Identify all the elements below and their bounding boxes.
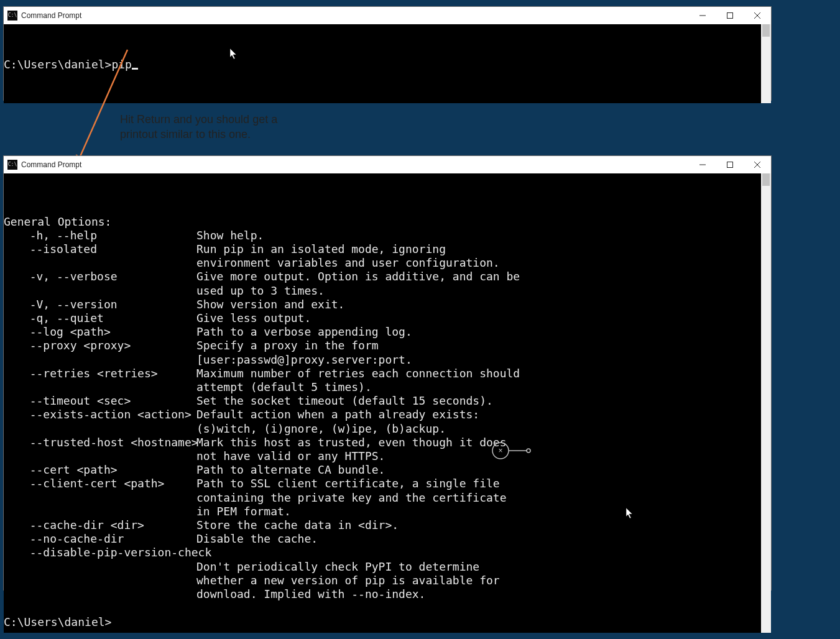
- option-row: -h, --helpShow help.: [4, 229, 761, 242]
- scrollbar[interactable]: [761, 173, 771, 633]
- option-flag: --timeout <sec>: [4, 394, 196, 408]
- option-flag: -q, --quiet: [4, 311, 196, 325]
- option-description: environment variables and user configura…: [196, 256, 761, 270]
- minimize-icon: [699, 162, 706, 168]
- option-row: --client-cert <path>Path to SSL client c…: [4, 477, 761, 490]
- option-row: --timeout <sec>Set the socket timeout (d…: [4, 394, 761, 408]
- blank-line: [4, 601, 761, 615]
- text-cursor: [132, 68, 138, 70]
- option-row: --disable-pip-version-check: [4, 546, 761, 559]
- window-title: Command Prompt: [21, 160, 81, 169]
- minimize-icon: [699, 12, 706, 19]
- annotation-line: printout similar to this one.: [120, 127, 277, 142]
- option-description: Set the socket timeout (default 15 secon…: [196, 394, 761, 408]
- option-row: --retries <retries>Maximum number of ret…: [4, 367, 761, 380]
- option-description: containing the private key and the certi…: [196, 491, 761, 505]
- command-prompt-window-input: C:\ Command Prompt C:\Users\daniel>pip: [3, 6, 772, 101]
- option-row: download. Implied with --no-index.: [4, 587, 761, 601]
- option-row: not have valid or any HTTPS.: [4, 449, 761, 463]
- option-row: --no-cache-dirDisable the cache.: [4, 532, 761, 546]
- annotation-text: Hit Return and you should get a printout…: [120, 112, 277, 142]
- option-description: Path to SSL client certificate, a single…: [196, 477, 761, 490]
- option-flag: --cache-dir <dir>: [4, 518, 196, 532]
- option-flag: --trusted-host <hostname>: [4, 436, 196, 449]
- option-description: Disable the cache.: [196, 532, 761, 546]
- option-description: Show help.: [196, 229, 761, 242]
- annotation-line: Hit Return and you should get a: [120, 112, 277, 127]
- option-description: in PEM format.: [196, 505, 761, 518]
- titlebar[interactable]: C:\ Command Prompt: [4, 156, 771, 173]
- maximize-button[interactable]: [716, 156, 744, 173]
- command-prompt-window-output: C:\ Command Prompt General Options: -h, …: [3, 155, 772, 591]
- option-row: -q, --quietGive less output.: [4, 311, 761, 325]
- option-row: in PEM format.: [4, 505, 761, 518]
- option-flag: --cert <path>: [4, 463, 196, 477]
- option-flag: --isolated: [4, 242, 196, 256]
- minimize-button[interactable]: [689, 156, 716, 173]
- option-flag: --log <path>: [4, 325, 196, 339]
- option-flag: [4, 284, 196, 298]
- option-description: Maximum number of retries each connectio…: [196, 367, 761, 380]
- option-flag: [4, 560, 196, 574]
- close-icon: [754, 162, 760, 168]
- option-description: (s)witch, (i)gnore, (w)ipe, (b)ackup.: [196, 422, 761, 436]
- close-button[interactable]: [744, 156, 771, 173]
- cmd-icon: C:\: [7, 11, 17, 21]
- terminal-output-bottom[interactable]: General Options: -h, --helpShow help. --…: [4, 173, 761, 633]
- option-flag: [4, 491, 196, 505]
- option-flag: [4, 353, 196, 367]
- close-button[interactable]: [744, 7, 771, 24]
- option-flag: -h, --help: [4, 229, 196, 242]
- option-row: whether a new version of pip is availabl…: [4, 574, 761, 587]
- option-flag: [4, 505, 196, 518]
- option-description: Give more output. Option is additive, an…: [196, 270, 761, 283]
- option-flag: [4, 256, 196, 270]
- option-flag: [4, 380, 196, 394]
- option-description: Default action when a path already exist…: [196, 408, 761, 421]
- scrollbar-thumb[interactable]: [762, 24, 770, 37]
- maximize-button[interactable]: [716, 7, 744, 24]
- maximize-icon: [727, 12, 733, 19]
- terminal-output-top[interactable]: C:\Users\daniel>pip: [4, 24, 761, 103]
- option-row: --trusted-host <hostname>Mark this host …: [4, 436, 761, 449]
- titlebar[interactable]: C:\ Command Prompt: [4, 7, 771, 24]
- option-description: Path to alternate CA bundle.: [196, 463, 761, 477]
- option-description: attempt (default 5 times).: [196, 380, 761, 394]
- option-description: Don't periodically check PyPI to determi…: [196, 560, 761, 574]
- option-flag: --retries <retries>: [4, 367, 196, 380]
- option-row: -V, --versionShow version and exit.: [4, 298, 761, 311]
- option-description: Mark this host as trusted, even though i…: [196, 436, 761, 449]
- prompt-text: C:\Users\daniel>: [4, 58, 111, 71]
- scrollbar[interactable]: [761, 24, 771, 103]
- prompt-text: C:\Users\daniel>: [4, 615, 761, 629]
- svg-rect-6: [727, 162, 733, 168]
- option-flag: -V, --version: [4, 298, 196, 311]
- option-flag: -v, --verbose: [4, 270, 196, 283]
- option-row: environment variables and user configura…: [4, 256, 761, 270]
- option-description: download. Implied with --no-index.: [196, 587, 761, 601]
- maximize-icon: [727, 162, 733, 168]
- option-flag: --client-cert <path>: [4, 477, 196, 490]
- option-flag: [4, 449, 196, 463]
- option-row: containing the private key and the certi…: [4, 491, 761, 505]
- option-description: [196, 546, 761, 559]
- option-flag: [4, 422, 196, 436]
- option-row: used up to 3 times.: [4, 284, 761, 298]
- option-row: --isolatedRun pip in an isolated mode, i…: [4, 242, 761, 256]
- svg-rect-1: [727, 13, 733, 19]
- option-flag: --disable-pip-version-check: [4, 546, 196, 559]
- option-row: --cache-dir <dir>Store the cache data in…: [4, 518, 761, 532]
- option-description: whether a new version of pip is availabl…: [196, 574, 761, 587]
- scrollbar-thumb[interactable]: [762, 173, 770, 186]
- option-flag: --no-cache-dir: [4, 532, 196, 546]
- option-description: Give less output.: [196, 311, 761, 325]
- options-header: General Options:: [4, 215, 761, 229]
- option-row: (s)witch, (i)gnore, (w)ipe, (b)ackup.: [4, 422, 761, 436]
- option-flag: --exists-action <action>: [4, 408, 196, 421]
- option-row: --exists-action <action>Default action w…: [4, 408, 761, 421]
- option-description: Specify a proxy in the form: [196, 339, 761, 352]
- minimize-button[interactable]: [689, 7, 716, 24]
- option-row: -v, --verboseGive more output. Option is…: [4, 270, 761, 283]
- option-description: Path to a verbose appending log.: [196, 325, 761, 339]
- option-description: Run pip in an isolated mode, ignoring: [196, 242, 761, 256]
